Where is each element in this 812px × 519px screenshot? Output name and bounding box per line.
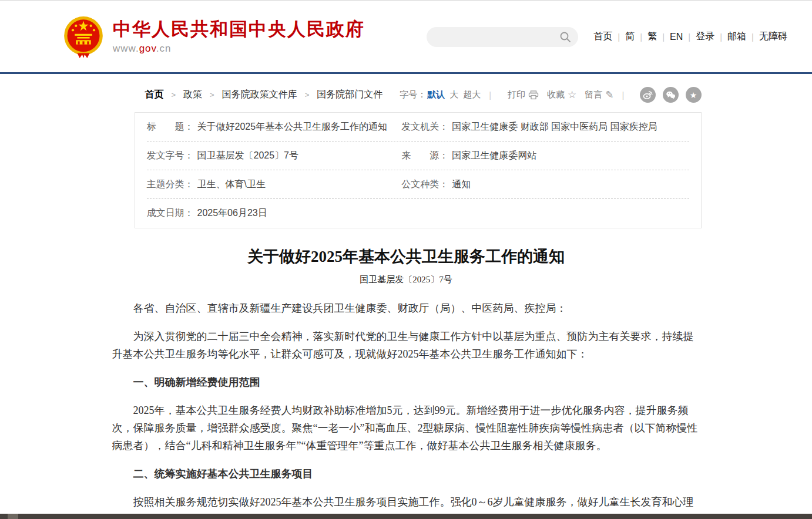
- comment-label: 留言: [585, 89, 602, 100]
- nav-separator: |: [688, 32, 690, 42]
- meta-agency-value: 国家卫生健康委 财政部 国家中医药局 国家疾控局: [452, 121, 657, 133]
- meta-category-value: 卫生、体育\卫生: [197, 178, 266, 191]
- nav-separator: |: [640, 32, 642, 42]
- nav-simplified[interactable]: 简: [625, 31, 635, 43]
- font-size-label: 字号：: [400, 89, 426, 100]
- meta-source-value: 国家卫生健康委网站: [452, 150, 536, 162]
- meta-date-value: 2025年06月23日: [197, 207, 267, 220]
- bottom-bar: [0, 514, 812, 519]
- nav-separator: |: [618, 32, 620, 42]
- print-button[interactable]: 打印: [508, 89, 539, 100]
- meta-title-label: 标 题：: [147, 121, 194, 133]
- article-doc-number: 国卫基层发〔2025〕7号: [111, 274, 702, 285]
- breadcrumb-department-docs[interactable]: 国务院部门文件: [317, 89, 382, 101]
- toolbar-separator: |: [489, 90, 491, 100]
- nav-separator: |: [720, 32, 722, 42]
- favorite-share-button[interactable]: ★: [686, 87, 702, 103]
- site-title: 中华人民共和国中央人民政府: [113, 19, 365, 40]
- content-container: 首页 > 政策 > 国务院政策文件库 > 国务院部门文件 字号： 默认 大 超大…: [111, 87, 702, 519]
- breadcrumb-policy-library[interactable]: 国务院政策文件库: [222, 89, 297, 101]
- meta-row-date: 成文日期： 2025年06月23日: [147, 199, 689, 228]
- nav-accessibility[interactable]: 无障碍: [759, 31, 787, 43]
- site-url-cn: .cn: [156, 43, 172, 54]
- meta-agency-cell: 发文机关： 国家卫生健康委 财政部 国家中医药局 国家疾控局: [401, 121, 689, 133]
- weibo-icon: [643, 90, 653, 100]
- nav-english[interactable]: EN: [670, 32, 683, 42]
- nav-home[interactable]: 首页: [593, 31, 612, 43]
- meta-row-number-source: 发文字号： 国卫基层发〔2025〕7号 来 源： 国家卫生健康委网站: [147, 141, 689, 170]
- site-header: 中华人民共和国中央人民政府 www.gov.cn 首页|简|繁|EN|登录|邮箱…: [0, 1, 812, 72]
- page-tools: 字号： 默认 大 超大 | 打印 收藏 ☆: [400, 87, 701, 103]
- meta-title-value: 关于做好2025年基本公共卫生服务工作的通知: [197, 121, 388, 133]
- meta-number-label: 发文字号：: [147, 150, 194, 162]
- wechat-share-button[interactable]: [663, 87, 679, 103]
- article: 关于做好2025年基本公共卫生服务工作的通知 国卫基层发〔2025〕7号 各省、…: [111, 246, 702, 519]
- search-input[interactable]: [434, 32, 559, 42]
- site-url-gov: gov: [139, 43, 156, 54]
- star-filled-icon: ★: [690, 91, 697, 99]
- article-title: 关于做好2025年基本公共卫生服务工作的通知: [111, 246, 702, 267]
- font-size-xlarge[interactable]: 超大: [463, 89, 481, 100]
- section-heading-2: 二、统筹实施好基本公共卫生服务项目: [112, 465, 700, 483]
- font-size-large[interactable]: 大: [449, 89, 458, 100]
- meta-date-label: 成文日期：: [147, 207, 194, 220]
- site-url-www: www.: [113, 43, 139, 54]
- breadcrumb-separator: >: [172, 90, 176, 99]
- font-size-default[interactable]: 默认: [427, 89, 445, 100]
- bottom-bar-light-segment: [8, 514, 18, 519]
- nav-separator: |: [662, 32, 665, 42]
- header-divider: [0, 72, 812, 74]
- weibo-share-button[interactable]: [640, 87, 656, 103]
- breadcrumb-separator: >: [210, 90, 214, 99]
- pencil-icon: ✎: [605, 90, 613, 100]
- toolbar-separator: |: [622, 90, 625, 100]
- paragraph-salutation: 各省、自治区、直辖市及新疆生产建设兵团卫生健康委、财政厅（局）、中医药局、疾控局…: [112, 299, 700, 317]
- meta-category-cell: 主题分类： 卫生、体育\卫生: [147, 178, 402, 191]
- star-outline-icon: ☆: [568, 90, 576, 100]
- comment-button[interactable]: 留言 ✎: [585, 89, 613, 100]
- meta-row-category-type: 主题分类： 卫生、体育\卫生 公文种类： 通知: [147, 170, 689, 199]
- meta-row-title-agency: 标 题： 关于做好2025年基本公共卫生服务工作的通知 发文机关： 国家卫生健康…: [147, 113, 689, 141]
- meta-title-cell: 标 题： 关于做好2025年基本公共卫生服务工作的通知: [147, 121, 402, 133]
- breadcrumb-toolbar-row: 首页 > 政策 > 国务院政策文件库 > 国务院部门文件 字号： 默认 大 超大…: [111, 87, 702, 103]
- collect-label: 收藏: [547, 89, 565, 100]
- nav-login[interactable]: 登录: [696, 31, 714, 43]
- breadcrumb-home[interactable]: 首页: [145, 89, 164, 101]
- site-url: www.gov.cn: [113, 43, 365, 55]
- document-meta-box: 标 题： 关于做好2025年基本公共卫生服务工作的通知 发文机关： 国家卫生健康…: [135, 112, 702, 228]
- page: 中华人民共和国中央人民政府 www.gov.cn 首页|简|繁|EN|登录|邮箱…: [0, 0, 812, 519]
- search-icon[interactable]: [559, 31, 571, 43]
- nav-separator: |: [751, 32, 754, 42]
- meta-number-value: 国卫基层发〔2025〕7号: [197, 150, 299, 162]
- national-emblem-logo: [63, 16, 103, 58]
- breadcrumb-policy[interactable]: 政策: [183, 89, 202, 101]
- article-body: 各省、自治区、直辖市及新疆生产建设兵团卫生健康委、财政厅（局）、中医药局、疾控局…: [111, 299, 702, 519]
- meta-category-label: 主题分类：: [147, 178, 194, 191]
- wechat-icon: [666, 90, 676, 99]
- print-label: 打印: [508, 89, 525, 100]
- section-heading-1: 一、明确新增经费使用范围: [112, 373, 700, 391]
- meta-number-cell: 发文字号： 国卫基层发〔2025〕7号: [147, 150, 402, 162]
- paragraph-intro: 为深入贯彻党的二十届三中全会精神，落实新时代党的卫生与健康工作方针中以基层为重点…: [112, 328, 700, 363]
- breadcrumb-separator: >: [305, 90, 310, 99]
- meta-doctype-value: 通知: [452, 178, 471, 191]
- meta-doctype-cell: 公文种类： 通知: [401, 178, 689, 191]
- meta-source-cell: 来 源： 国家卫生健康委网站: [401, 150, 689, 162]
- nav-mailbox[interactable]: 邮箱: [727, 31, 746, 43]
- breadcrumb: 首页 > 政策 > 国务院政策文件库 > 国务院部门文件: [145, 89, 383, 101]
- meta-date-cell: 成文日期： 2025年06月23日: [147, 207, 402, 220]
- printer-icon: [528, 90, 539, 100]
- top-nav: 首页|简|繁|EN|登录|邮箱|无障碍: [593, 31, 787, 43]
- brand-block: 中华人民共和国中央人民政府 www.gov.cn: [113, 19, 365, 55]
- collect-button[interactable]: 收藏 ☆: [547, 89, 576, 100]
- nav-traditional[interactable]: 繁: [647, 31, 657, 43]
- meta-source-label: 来 源：: [401, 150, 448, 162]
- meta-agency-label: 发文机关：: [401, 121, 448, 133]
- paragraph-section-1: 2025年，基本公共卫生服务经费人均财政补助标准增加5元，达到99元。新增经费用…: [112, 402, 700, 454]
- search-box[interactable]: [427, 27, 578, 47]
- meta-doctype-label: 公文种类：: [401, 178, 448, 191]
